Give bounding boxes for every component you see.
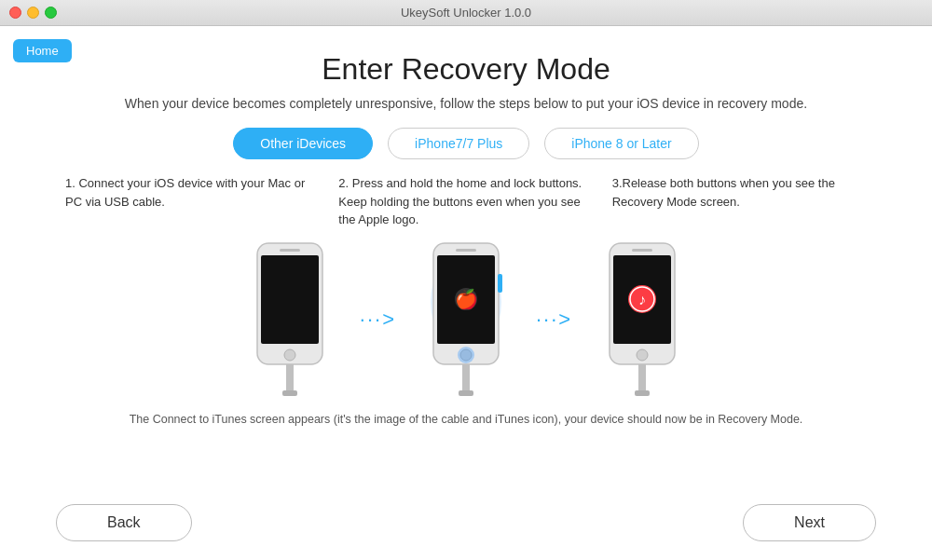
svg-rect-3 [280,249,300,252]
svg-text:🍎: 🍎 [455,288,478,310]
arrow-1: ···> [360,307,396,332]
svg-rect-23 [632,249,652,252]
svg-rect-4 [286,364,294,392]
main-content: Home Enter Recovery Mode When your devic… [0,26,932,560]
svg-rect-13 [462,364,470,392]
phone-2: 🍎 [415,239,517,402]
phone-2-image: 🍎 [415,239,517,402]
svg-text:♪: ♪ [638,292,646,307]
page-subtitle: When your device becomes completely unre… [125,96,807,111]
svg-point-22 [637,349,648,361]
maximize-button[interactable] [45,7,57,19]
step-2-text: 2. Press and hold the home and lock butt… [338,174,593,229]
svg-point-10 [458,347,474,363]
step-1-text: 1. Connect your iOS device with your Mac… [65,174,320,229]
svg-rect-5 [282,390,297,396]
svg-rect-25 [635,390,650,396]
tab-other-idevices[interactable]: Other iDevices [233,128,373,159]
page-title: Enter Recovery Mode [322,52,610,87]
window-controls[interactable] [9,7,57,19]
bottom-buttons: Back Next [37,504,895,541]
svg-rect-24 [638,364,646,392]
home-button[interactable]: Home [13,39,72,62]
phone-1-image [239,239,341,402]
svg-rect-11 [456,249,476,252]
phone-3: ♪ [591,239,693,402]
title-bar: UkeySoft Unlocker 1.0.0 [0,0,932,26]
tabs-row: Other iDevices iPhone7/7 Plus iPhone 8 o… [233,128,698,159]
bottom-note: The Connect to iTunes screen appears (it… [130,413,803,426]
arrow-2: ···> [536,307,572,332]
tab-iphone8[interactable]: iPhone 8 or Later [544,128,698,159]
window-title: UkeySoft Unlocker 1.0.0 [401,6,531,20]
close-button[interactable] [9,7,21,19]
phones-row: ···> [37,239,895,402]
phone-3-image: ♪ [591,239,693,402]
svg-rect-1 [261,255,319,344]
minimize-button[interactable] [27,7,39,19]
svg-rect-12 [498,274,502,293]
next-button[interactable]: Next [743,504,876,541]
tab-iphone7[interactable]: iPhone7/7 Plus [388,128,529,159]
svg-rect-14 [459,390,473,396]
svg-point-2 [284,349,295,361]
phone-1 [239,239,341,402]
step-3-text: 3.Release both buttons when you see the … [612,174,867,229]
back-button[interactable]: Back [56,504,192,541]
steps-text-row: 1. Connect your iOS device with your Mac… [37,174,895,229]
